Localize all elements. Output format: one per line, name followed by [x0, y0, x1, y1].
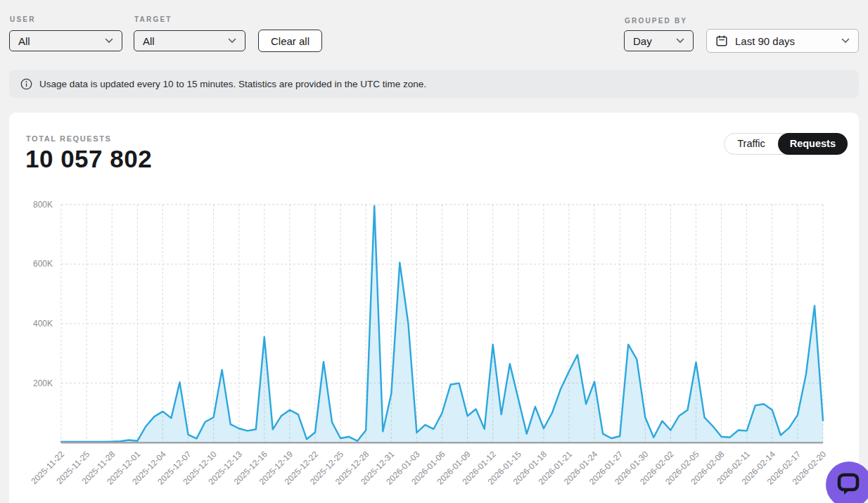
target-select[interactable]: All — [134, 30, 245, 51]
y-axis-tick-label: 800K — [33, 200, 53, 210]
banner-text: Usage data is updated every 10 to 15 min… — [39, 79, 426, 89]
y-axis-tick-label: 600K — [33, 259, 53, 269]
info-banner: Usage data is updated every 10 to 15 min… — [9, 70, 859, 98]
target-filter-label: TARGET — [134, 15, 172, 23]
tab-traffic[interactable]: Traffic — [725, 134, 777, 154]
chevron-down-icon — [841, 38, 850, 44]
chat-widget-button[interactable] — [826, 461, 868, 503]
usage-chart-card: TOTAL REQUESTS 10 057 802 Traffic Reques… — [9, 113, 859, 503]
user-select-value: All — [18, 35, 30, 47]
chevron-down-icon — [676, 38, 684, 44]
total-requests-label: TOTAL REQUESTS — [26, 134, 111, 143]
chevron-down-icon — [228, 38, 236, 44]
target-select-value: All — [143, 35, 155, 47]
chevron-down-icon — [105, 38, 113, 44]
user-select[interactable]: All — [9, 30, 122, 51]
calendar-icon — [715, 34, 728, 47]
grouped-by-select[interactable]: Day — [624, 30, 694, 51]
y-axis-tick-label: 200K — [33, 378, 53, 388]
info-icon — [20, 78, 32, 90]
date-range-value: Last 90 days — [735, 35, 795, 47]
grouped-by-value: Day — [633, 35, 652, 47]
tab-requests[interactable]: Requests — [778, 133, 848, 155]
total-requests-value: 10 057 802 — [25, 145, 152, 173]
chat-icon — [837, 473, 861, 497]
requests-area-chart: 200K400K600K800K2025-11-222025-11-252025… — [9, 197, 859, 503]
date-range-select[interactable]: Last 90 days — [706, 29, 859, 53]
user-filter-label: USER — [10, 15, 36, 23]
grouped-by-label: GROUPED BY — [625, 17, 687, 25]
traffic-requests-toggle: Traffic Requests — [724, 133, 848, 155]
clear-all-button[interactable]: Clear all — [258, 30, 322, 52]
y-axis-tick-label: 400K — [33, 319, 53, 329]
